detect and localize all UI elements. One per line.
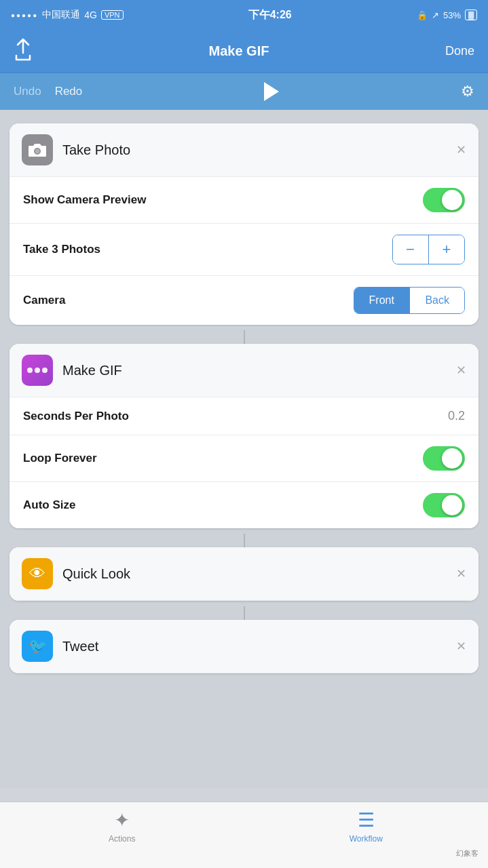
show-camera-preview-row: Show Camera Preview: [10, 177, 478, 224]
loop-forever-toggle[interactable]: [423, 446, 465, 471]
carrier: 中国联通: [42, 9, 80, 21]
camera-segmented[interactable]: Front Back: [354, 287, 465, 314]
location-icon: ↗: [432, 10, 439, 20]
actions-icon: ✦: [114, 809, 130, 831]
toolbar: Undo Redo ⚙: [0, 73, 488, 110]
loop-toggle-knob: [442, 448, 462, 469]
show-camera-preview-label: Show Camera Preview: [23, 193, 146, 207]
connector-3: [244, 606, 245, 620]
lock-icon: 🔒: [417, 10, 428, 20]
tab-bar: ✦ Actions ☰ Workflow 幻象客: [0, 802, 488, 868]
camera-back-btn[interactable]: Back: [410, 288, 464, 313]
undo-button[interactable]: Undo: [14, 85, 41, 98]
tweet-close[interactable]: ✕: [456, 639, 466, 654]
svg-point-1: [35, 149, 40, 154]
show-camera-preview-toggle[interactable]: [423, 188, 465, 212]
tab-actions[interactable]: ✦ Actions: [0, 809, 244, 844]
workflow-label: Workflow: [350, 834, 383, 844]
toggle-knob: [442, 190, 462, 210]
quick-look-header: 👁 Quick Look ✕: [10, 547, 478, 601]
quick-look-card: 👁 Quick Look ✕: [10, 547, 478, 601]
tweet-card-icon: 🐦: [22, 631, 53, 662]
nav-title: Make GIF: [209, 43, 269, 59]
status-left: ●●●●● 中国联通 4G VPN: [11, 9, 124, 21]
seconds-per-photo-label: Seconds Per Photo: [23, 410, 129, 423]
take-photo-rows: Show Camera Preview Take 3 Photos − + Ca…: [10, 177, 478, 325]
make-gif-close[interactable]: ✕: [456, 363, 466, 378]
main-content: Take Photo ✕ Show Camera Preview Take 3 …: [0, 110, 488, 788]
make-gif-rows: Seconds Per Photo 0.2 Loop Forever Auto …: [10, 397, 478, 528]
workflow-icon: ☰: [358, 809, 375, 831]
make-gif-card: Make GIF ✕ Seconds Per Photo 0.2 Loop Fo…: [10, 344, 478, 528]
gif-card-icon: [22, 355, 53, 386]
redo-button[interactable]: Redo: [55, 85, 83, 98]
quicklook-card-icon: 👁: [22, 558, 53, 589]
status-bar: ●●●●● 中国联通 4G VPN 下午4:26 🔒 ↗ 53% ▓: [0, 0, 488, 30]
gif-dots: [27, 368, 48, 373]
make-gif-title: Make GIF: [62, 363, 122, 378]
take-photo-close[interactable]: ✕: [456, 142, 466, 157]
take-photo-title: Take Photo: [62, 142, 130, 158]
stepper-plus[interactable]: +: [429, 235, 464, 264]
connector-2: [244, 534, 245, 547]
battery-percent: 53%: [443, 10, 461, 20]
toolbar-left: Undo Redo: [14, 85, 82, 98]
eye-icon: 👁: [29, 564, 45, 583]
photos-stepper[interactable]: − +: [392, 235, 466, 264]
play-button[interactable]: [264, 82, 279, 101]
camera-front-btn[interactable]: Front: [354, 288, 409, 313]
camera-label: Camera: [23, 294, 65, 307]
settings-icon[interactable]: ⚙: [461, 83, 474, 100]
stepper-minus[interactable]: −: [393, 235, 428, 264]
loop-forever-row: Loop Forever: [10, 435, 478, 482]
status-right: 🔒 ↗ 53% ▓: [417, 9, 477, 20]
auto-size-knob: [442, 495, 462, 515]
quick-look-title: Quick Look: [62, 566, 130, 582]
take-photo-card: Take Photo ✕ Show Camera Preview Take 3 …: [10, 123, 478, 325]
tab-workflow[interactable]: ☰ Workflow: [244, 809, 489, 844]
done-button[interactable]: Done: [445, 44, 474, 58]
clock: 下午4:26: [248, 8, 292, 22]
signal-dots: ●●●●●: [11, 12, 38, 19]
take-photo-header: Take Photo ✕: [10, 123, 478, 177]
network-type: 4G: [84, 9, 97, 20]
auto-size-toggle[interactable]: [423, 493, 465, 517]
tweet-header: 🐦 Tweet ✕: [10, 620, 478, 673]
loop-forever-label: Loop Forever: [23, 452, 97, 465]
take-photos-label: Take 3 Photos: [23, 243, 100, 256]
camera-card-icon: [22, 134, 53, 165]
seconds-per-photo-value: 0.2: [448, 409, 465, 423]
camera-row: Camera Front Back: [10, 276, 478, 325]
connector-1: [244, 330, 245, 344]
vpn-badge: VPN: [101, 10, 124, 20]
make-gif-header: Make GIF ✕: [10, 344, 478, 397]
quick-look-close[interactable]: ✕: [456, 566, 466, 581]
actions-label: Actions: [109, 834, 135, 844]
tweet-title: Tweet: [62, 639, 98, 654]
battery-icon: ▓: [465, 9, 477, 20]
nav-bar: Make GIF Done: [0, 30, 488, 73]
auto-size-row: Auto Size: [10, 482, 478, 528]
twitter-bird-icon: 🐦: [29, 637, 47, 655]
watermark: 幻象客: [456, 846, 478, 859]
seconds-per-photo-row: Seconds Per Photo 0.2: [10, 397, 478, 435]
share-icon[interactable]: [14, 38, 33, 65]
auto-size-label: Auto Size: [23, 498, 75, 512]
take-photos-row: Take 3 Photos − +: [10, 224, 478, 276]
tweet-card: 🐦 Tweet ✕: [10, 620, 478, 673]
